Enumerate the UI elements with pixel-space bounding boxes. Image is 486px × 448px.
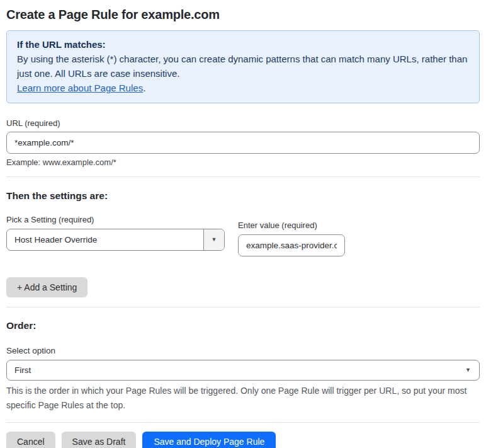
setting-value-input[interactable]: [238, 234, 345, 256]
url-input[interactable]: [6, 132, 480, 154]
save-as-draft-button[interactable]: Save as Draft: [62, 432, 137, 448]
info-box-link-line: Learn more about Page Rules.: [17, 81, 469, 95]
url-match-info-box: If the URL matches: By using the asteris…: [6, 30, 480, 103]
chevron-down-icon: ▼: [212, 237, 217, 243]
setting-select[interactable]: Host Header Override ▼: [6, 229, 225, 251]
order-heading: Order:: [6, 320, 480, 331]
page-title: Create a Page Rule for example.com: [6, 6, 480, 23]
setting-select-value: Host Header Override: [7, 229, 203, 250]
divider: [6, 422, 480, 423]
divider: [6, 307, 480, 307]
setting-picker-label: Pick a Setting (required): [6, 215, 225, 224]
cancel-button[interactable]: Cancel: [6, 432, 55, 448]
add-setting-button[interactable]: + Add a Setting: [6, 277, 88, 297]
order-select-value: First: [14, 365, 31, 375]
chevron-down-icon: ▼: [465, 367, 471, 373]
url-hint: Example: www.example.com/*: [6, 158, 480, 167]
order-select[interactable]: First ▼: [6, 360, 480, 381]
save-and-deploy-button[interactable]: Save and Deploy Page Rule: [142, 432, 276, 448]
setting-value-label: Enter value (required): [238, 221, 345, 230]
setting-select-arrow-button[interactable]: ▼: [203, 229, 224, 250]
settings-heading: Then the settings are:: [6, 190, 480, 202]
setting-picker-field: Pick a Setting (required) Host Header Ov…: [6, 215, 225, 251]
info-box-body: By using the asterisk (*) character, you…: [17, 52, 469, 81]
setting-value-field: Enter value (required): [238, 221, 345, 256]
learn-more-link[interactable]: Learn more about Page Rules: [17, 83, 143, 93]
order-hint: This is the order in which your Page Rul…: [6, 384, 480, 413]
divider: [6, 176, 480, 177]
settings-row: Pick a Setting (required) Host Header Ov…: [6, 215, 480, 256]
link-suffix: .: [143, 83, 145, 93]
order-select-label: Select option: [6, 346, 480, 355]
info-box-heading: If the URL matches:: [17, 37, 469, 52]
url-label: URL (required): [6, 118, 480, 128]
create-page-rule-form: Create a Page Rule for example.com If th…: [0, 6, 486, 448]
footer-actions: Cancel Save as Draft Save and Deploy Pag…: [6, 432, 480, 448]
